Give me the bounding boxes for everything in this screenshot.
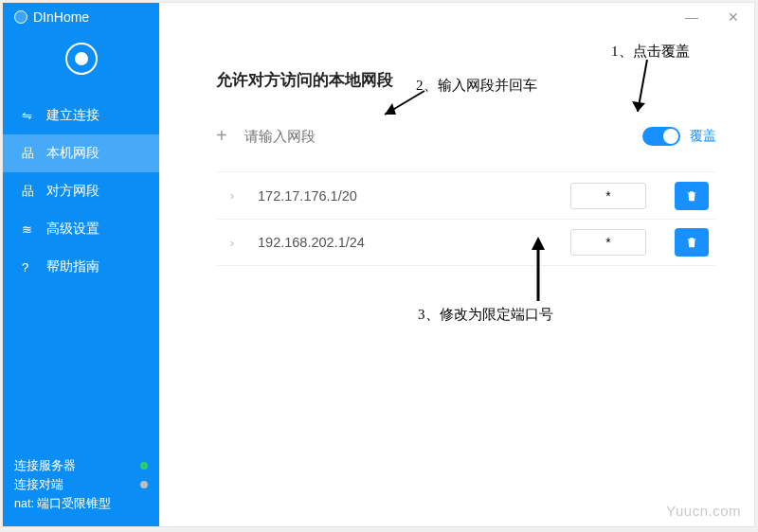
- arrow-1: [628, 60, 666, 126]
- sidebar-status: 连接服务器 连接对端 nat: 端口受限锥型: [3, 447, 159, 526]
- minimize-button[interactable]: —: [671, 3, 713, 31]
- help-icon: ?: [22, 260, 37, 275]
- nav-peer-segment[interactable]: 品对方网段: [3, 172, 159, 210]
- nav-connect[interactable]: ⇋建立连接: [3, 97, 159, 134]
- svg-marker-5: [532, 237, 545, 250]
- app-title: DInHome: [33, 9, 89, 25]
- nav-label: 帮助指南: [46, 258, 99, 275]
- user-avatar[interactable]: [65, 43, 98, 75]
- cidr-text: 172.17.176.1/20: [248, 188, 570, 204]
- app-window: DInHome ⇋建立连接 品本机网段 品对方网段 ≋高级设置 ?帮助指南 连接…: [2, 2, 755, 527]
- delete-button[interactable]: [675, 228, 709, 257]
- status-peer-label: 连接对端: [14, 475, 63, 494]
- app-logo-icon: [14, 10, 27, 24]
- segment-input[interactable]: [244, 124, 642, 148]
- titlebar: — ✕: [3, 3, 754, 31]
- plus-icon[interactable]: +: [216, 125, 244, 147]
- grid-icon: 品: [22, 183, 37, 200]
- svg-marker-1: [632, 101, 645, 112]
- status-server-row: 连接服务器: [14, 456, 148, 475]
- avatar-row: [3, 43, 159, 75]
- annotation-2: 2、输入网段并回车: [416, 77, 537, 95]
- annotation-1: 1、点击覆盖: [611, 43, 690, 61]
- status-dot-green-icon: [140, 462, 148, 470]
- arrow-3: [529, 235, 557, 306]
- add-segment-row: + 覆盖: [216, 124, 716, 148]
- nav-advanced[interactable]: ≋高级设置: [3, 210, 159, 248]
- nav-label: 本机网段: [46, 145, 99, 162]
- grid-icon: 品: [22, 145, 37, 162]
- nav: ⇋建立连接 品本机网段 品对方网段 ≋高级设置 ?帮助指南: [3, 97, 159, 286]
- nav-label: 对方网段: [46, 183, 99, 200]
- override-label: 覆盖: [690, 128, 716, 145]
- close-button[interactable]: ✕: [713, 3, 754, 31]
- person-icon: [75, 52, 88, 65]
- segment-list: › 172.17.176.1/20 › 192.168.202.1/24: [216, 171, 716, 266]
- segment-row: › 172.17.176.1/20: [216, 171, 716, 219]
- watermark: Yuucn.com: [666, 503, 741, 519]
- nav-label: 建立连接: [46, 107, 99, 124]
- sidebar: DInHome ⇋建立连接 品本机网段 品对方网段 ≋高级设置 ?帮助指南 连接…: [3, 3, 159, 526]
- status-peer-row: 连接对端: [14, 475, 148, 494]
- chevron-right-icon[interactable]: ›: [216, 188, 248, 203]
- nat-type: nat: 端口受限锥型: [14, 494, 148, 513]
- annotation-3: 3、修改为限定端口号: [418, 306, 553, 324]
- chevron-right-icon[interactable]: ›: [216, 236, 248, 250]
- override-toggle[interactable]: [642, 127, 680, 146]
- status-dot-gray-icon: [140, 481, 148, 488]
- trash-icon: [685, 236, 698, 249]
- sliders-icon: ≋: [22, 222, 37, 237]
- port-input[interactable]: [570, 229, 646, 256]
- nav-local-segment[interactable]: 品本机网段: [3, 134, 159, 172]
- port-input[interactable]: [570, 183, 646, 209]
- nav-label: 高级设置: [46, 221, 99, 238]
- window-controls: — ✕: [671, 3, 754, 31]
- nav-help[interactable]: ?帮助指南: [3, 248, 159, 286]
- trash-icon: [685, 189, 698, 203]
- segment-row: › 192.168.202.1/24: [216, 219, 716, 266]
- link-icon: ⇋: [22, 109, 37, 123]
- delete-button[interactable]: [675, 182, 709, 210]
- override-toggle-wrap: 覆盖: [642, 127, 716, 146]
- cidr-text: 192.168.202.1/24: [248, 235, 570, 250]
- titlebar-left: DInHome: [3, 9, 89, 25]
- status-server-label: 连接服务器: [14, 456, 76, 475]
